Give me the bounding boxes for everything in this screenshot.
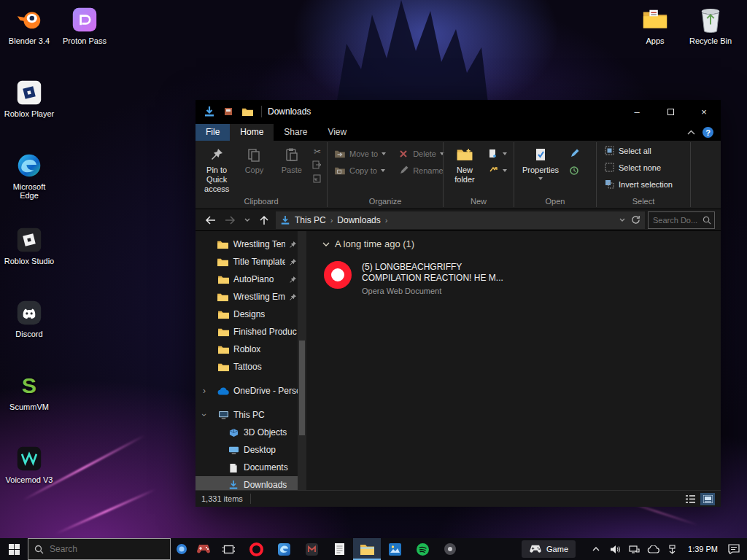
cut-icon[interactable]: ✂	[311, 146, 323, 158]
desktop-icon-blender[interactable]: Blender 3.4	[3, 6, 55, 45]
minimize-button[interactable]: –	[620, 100, 654, 123]
move-to-button[interactable]: Move to	[331, 146, 389, 161]
recent-locations-icon[interactable]	[242, 211, 252, 229]
qat-new-folder-icon[interactable]	[239, 104, 255, 120]
copy-to-button[interactable]: Copy to	[331, 163, 389, 178]
desktop-icon-proton-pass[interactable]: Proton Pass	[58, 6, 111, 45]
explorer-search-box[interactable]	[648, 211, 715, 229]
new-folder-button[interactable]: New folder	[447, 143, 482, 196]
sidebar-item-wrestling-ten[interactable]: Wrestling Ten	[196, 236, 306, 253]
action-center-icon[interactable]	[725, 538, 743, 560]
desktop-icon-edge[interactable]: Microsoft Edge	[3, 152, 55, 200]
file-list[interactable]: A long time ago (1) (5) LONGBEACHGRIFFY …	[306, 231, 721, 490]
edit-button[interactable]	[565, 146, 591, 161]
title-bar[interactable]: Downloads – ×	[196, 100, 721, 123]
cortana-button[interactable]	[171, 538, 193, 560]
pin-to-quick-access-button[interactable]: Pin to Quick access	[199, 143, 234, 196]
sidebar-item-3d-objects[interactable]: 3D Objects	[196, 424, 306, 441]
tab-file[interactable]: File	[196, 124, 230, 141]
usb-icon[interactable]	[663, 538, 681, 560]
large-icons-view-button[interactable]	[700, 493, 715, 505]
game-bar-button[interactable]: Game	[522, 540, 576, 558]
hidden-icons-chevron[interactable]	[587, 538, 605, 560]
taskbar-app-gray-button[interactable]	[436, 538, 464, 560]
sidebar-item-documents[interactable]: Documents	[196, 459, 306, 476]
file-item[interactable]: (5) LONGBEACHGRIFFY COMPILATION REACTION…	[324, 261, 543, 296]
taskbar-file-explorer-button[interactable]	[353, 538, 381, 560]
desktop-icon-roblox-player[interactable]: Roblox Player	[3, 79, 55, 118]
start-button[interactable]	[0, 538, 28, 560]
breadcrumb-separator[interactable]: ›	[330, 216, 333, 225]
explorer-search-input[interactable]	[651, 215, 703, 225]
address-dropdown-icon[interactable]	[619, 218, 625, 222]
sidebar-item-autopiano[interactable]: AutoPiano	[196, 271, 306, 288]
taskbar-spotify-button[interactable]	[409, 538, 436, 560]
sidebar-item-downloads[interactable]: Downloads	[196, 476, 306, 490]
search-highlight-controller-icon[interactable]	[193, 538, 214, 560]
sidebar-item-designs[interactable]: Designs	[196, 306, 306, 323]
forward-button[interactable]	[222, 211, 239, 229]
rename-button[interactable]: Rename	[395, 163, 447, 178]
new-item-button[interactable]	[484, 146, 510, 161]
taskbar-notepad-button[interactable]	[325, 538, 353, 560]
help-icon[interactable]: ?	[703, 127, 713, 138]
tab-home[interactable]: Home	[230, 124, 274, 141]
sidebar-item-tattoos[interactable]: Tattoos	[196, 358, 306, 376]
paste-shortcut-icon[interactable]	[311, 172, 323, 184]
volume-icon[interactable]	[606, 538, 624, 560]
back-button[interactable]	[201, 211, 219, 229]
sidebar-item-this-pc[interactable]: › This PC	[196, 406, 306, 424]
paste-button[interactable]: Paste	[274, 143, 309, 196]
copy-path-icon[interactable]	[311, 159, 323, 171]
clock[interactable]: 1:39 PM	[682, 545, 724, 553]
delete-button[interactable]: Delete	[395, 146, 447, 161]
desktop-icon-discord[interactable]: Discord	[3, 299, 55, 338]
desktop-icon-roblox-studio[interactable]: Roblox Studio	[3, 226, 55, 265]
taskbar-edge-button[interactable]	[270, 538, 298, 560]
desktop-icon-voicemod[interactable]: Voicemod V3	[3, 445, 55, 484]
sidebar-item-roblox[interactable]: Roblox	[196, 341, 306, 358]
taskbar-app-dark-button[interactable]	[298, 538, 325, 560]
group-header[interactable]: A long time ago (1)	[322, 238, 721, 249]
breadcrumb-downloads[interactable]: Downloads	[337, 215, 380, 225]
easy-access-button[interactable]	[484, 163, 510, 178]
details-view-button[interactable]	[683, 493, 697, 505]
scrollbar-thumb[interactable]	[299, 341, 305, 435]
network-icon[interactable]	[625, 538, 643, 560]
tab-share[interactable]: Share	[274, 124, 317, 141]
copy-button[interactable]: Copy	[236, 143, 271, 196]
onedrive-icon[interactable]	[644, 538, 662, 560]
breadcrumb-this-pc[interactable]: This PC	[295, 215, 326, 225]
taskbar-opera-button[interactable]	[242, 538, 270, 560]
address-box[interactable]: This PC › Downloads ›	[276, 211, 645, 229]
select-none-button[interactable]: Select none	[600, 160, 686, 175]
sidebar-item-wrestling-em[interactable]: Wrestling Em	[196, 288, 306, 306]
close-button[interactable]: ×	[687, 100, 721, 123]
sidebar-item-desktop[interactable]: Desktop	[196, 441, 306, 459]
sidebar-item-title-template[interactable]: Title Template	[196, 253, 306, 271]
properties-button[interactable]: Properties	[518, 143, 563, 196]
history-button[interactable]	[565, 163, 591, 178]
desktop-icon-recycle-bin[interactable]: Recycle Bin	[684, 6, 737, 45]
sidebar-item-finished-products[interactable]: Finished Produc	[196, 323, 306, 341]
taskbar-photos-button[interactable]	[381, 538, 409, 560]
taskbar-search-input[interactable]	[48, 543, 164, 555]
refresh-icon[interactable]	[631, 215, 640, 225]
collapse-ribbon-icon[interactable]	[687, 130, 695, 135]
expand-icon[interactable]: ›	[203, 386, 206, 396]
sidebar-item-onedrive[interactable]: › OneDrive - Person	[196, 382, 306, 400]
breadcrumb-separator[interactable]: ›	[385, 216, 388, 225]
desktop-icon-scummvm[interactable]: S ScummVM	[3, 372, 55, 411]
qat-properties-icon[interactable]	[220, 104, 236, 120]
up-button[interactable]	[255, 211, 273, 229]
maximize-button[interactable]	[654, 100, 687, 123]
select-all-button[interactable]: Select all	[600, 143, 686, 158]
collapse-icon[interactable]: ›	[199, 413, 209, 416]
invert-selection-button[interactable]: Invert selection	[600, 176, 686, 192]
desktop-icon-apps[interactable]: Apps	[629, 6, 681, 45]
sidebar-scrollbar[interactable]	[298, 231, 306, 490]
task-view-button[interactable]	[214, 538, 242, 560]
search-icon[interactable]	[703, 216, 711, 225]
tab-view[interactable]: View	[317, 124, 357, 141]
taskbar-search-box[interactable]	[28, 538, 171, 560]
